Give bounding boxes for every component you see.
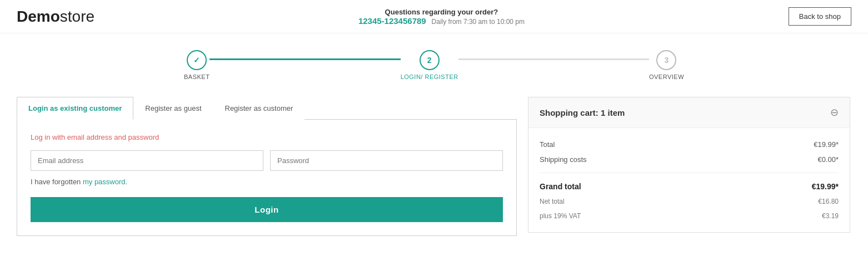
step-overview: 3 OVERVIEW: [649, 50, 684, 80]
email-input[interactable]: [31, 150, 263, 171]
step-overview-label: OVERVIEW: [649, 73, 684, 80]
tab-login[interactable]: Login as existing customer: [17, 97, 133, 120]
cart-total-row: Total €19.99*: [540, 137, 839, 152]
cart-body: Total €19.99* Shipping costs €0.00* Gran…: [528, 128, 850, 232]
cart-net-total-value: €16.80: [818, 198, 839, 205]
cart-header: Shopping cart: 1 item ⊖: [528, 97, 850, 128]
cart-total-label: Total: [540, 140, 555, 149]
header: Demostore Questions regarding your order…: [0, 0, 868, 33]
cart-vat-label: plus 19% VAT: [540, 212, 581, 220]
cart-toggle-icon[interactable]: ⊖: [830, 106, 839, 119]
cart-total-value: €19.99*: [814, 140, 839, 149]
back-to-shop-button[interactable]: Back to shop: [789, 7, 851, 26]
step-basket: ✓ BASKET: [184, 50, 209, 80]
login-form-box: Log in with email address and password I…: [17, 120, 517, 236]
cart-shipping-label: Shipping costs: [540, 155, 587, 164]
contact-phone: 12345-123456789: [358, 16, 426, 26]
cart-shipping-value: €0.00*: [817, 155, 839, 164]
main-content: Login as existing customer Register as g…: [0, 91, 868, 253]
credentials-row: [31, 150, 503, 171]
progress-section: ✓ BASKET 2 LOGIN/ REGISTER 3 OVERVIEW: [0, 33, 868, 91]
cart-grand-total-label: Grand total: [540, 182, 581, 191]
left-panel: Login as existing customer Register as g…: [17, 97, 517, 236]
cart-net-total-label: Net total: [540, 198, 565, 205]
connector-2: [458, 58, 649, 60]
step-basket-label: BASKET: [184, 73, 209, 80]
cart-box: Shopping cart: 1 item ⊖ Total €19.99* Sh…: [528, 97, 850, 233]
login-subtitle: Log in with email address and password: [31, 133, 503, 141]
tab-guest[interactable]: Register as guest: [133, 97, 213, 120]
step-login: 2 LOGIN/ REGISTER: [401, 50, 458, 80]
logo-regular: store: [60, 8, 94, 25]
forgot-password-text: I have forgotten my password.: [31, 178, 503, 186]
contact-hours: Daily from 7:30 am to 10:00 pm: [432, 18, 525, 26]
cart-vat-value: €3.19: [822, 212, 839, 220]
header-contact: Questions regarding your order? 12345-12…: [358, 8, 525, 26]
cart-net-total-row: Net total €16.80: [540, 194, 839, 209]
cart-grand-total-row: Grand total €19.99*: [540, 179, 839, 194]
forgot-password-link[interactable]: my password.: [83, 178, 127, 186]
step-login-label: LOGIN/ REGISTER: [401, 73, 458, 80]
logo: Demostore: [17, 8, 94, 26]
contact-question: Questions regarding your order?: [358, 8, 525, 16]
right-panel: Shopping cart: 1 item ⊖ Total €19.99* Sh…: [528, 97, 850, 236]
logo-bold: Demo: [17, 8, 60, 25]
connector-1: [209, 58, 400, 60]
tab-bar: Login as existing customer Register as g…: [17, 97, 517, 120]
step-login-circle: 2: [420, 50, 440, 70]
cart-grand-total-value: €19.99*: [812, 182, 839, 191]
login-button[interactable]: Login: [31, 197, 503, 222]
progress-bar: ✓ BASKET 2 LOGIN/ REGISTER 3 OVERVIEW: [184, 50, 684, 80]
tab-register[interactable]: Register as customer: [213, 97, 305, 120]
step-basket-circle: ✓: [187, 50, 207, 70]
step-overview-circle: 3: [656, 50, 676, 70]
password-input[interactable]: [270, 150, 503, 171]
cart-shipping-row: Shipping costs €0.00*: [540, 152, 839, 167]
cart-title: Shopping cart: 1 item: [540, 108, 625, 117]
cart-vat-row: plus 19% VAT €3.19: [540, 209, 839, 223]
cart-divider: [540, 173, 839, 173]
